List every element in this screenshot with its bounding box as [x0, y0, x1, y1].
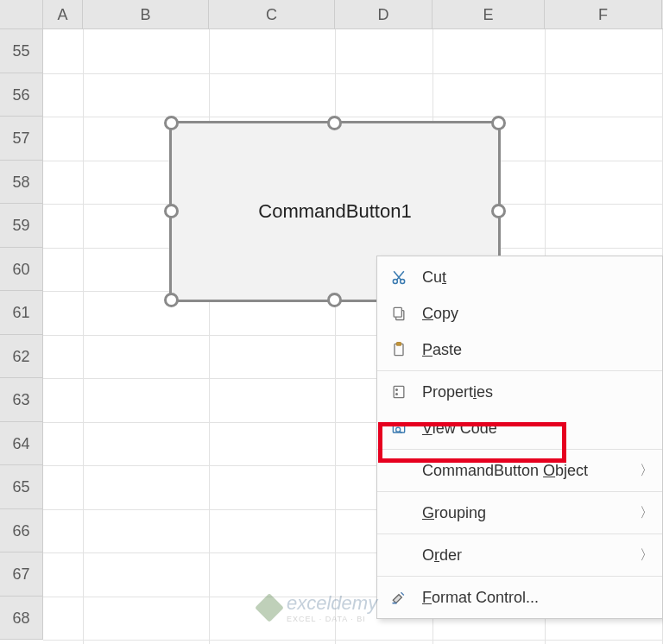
row-header[interactable]: 61 — [0, 291, 43, 335]
row-header[interactable]: 65 — [0, 465, 43, 509]
menu-label: Properties — [422, 383, 493, 401]
col-header-C[interactable]: C — [209, 0, 335, 28]
col-header-D[interactable]: D — [335, 0, 433, 28]
col-header-B[interactable]: B — [83, 0, 209, 28]
row-header[interactable]: 57 — [0, 117, 43, 161]
menu-label: Cut — [422, 268, 446, 287]
row-header[interactable]: 59 — [0, 204, 43, 248]
menu-separator — [377, 491, 662, 492]
svg-point-9 — [396, 389, 398, 391]
cut-icon — [389, 268, 408, 287]
resize-handle[interactable] — [491, 204, 506, 218]
menu-cut[interactable]: Cut — [377, 259, 662, 295]
watermark-name: exceldemy — [287, 592, 377, 615]
gridline — [43, 73, 663, 74]
svg-rect-5 — [394, 307, 401, 317]
chevron-right-icon: 〉 — [640, 462, 654, 480]
menu-label: CommandButton Object — [422, 462, 588, 480]
menu-view-code[interactable]: View Code — [377, 410, 662, 446]
resize-handle[interactable] — [327, 116, 342, 130]
view-code-icon — [389, 419, 408, 438]
gridline — [43, 117, 663, 117]
svg-rect-7 — [397, 343, 401, 345]
menu-separator — [377, 370, 662, 371]
menu-label: Copy — [422, 305, 458, 323]
menu-grouping[interactable]: Grouping 〉 — [377, 495, 662, 531]
column-headers: A B C D E F — [0, 0, 663, 29]
resize-handle[interactable] — [491, 116, 506, 130]
col-header-E[interactable]: E — [433, 0, 545, 28]
menu-label: Order — [422, 546, 462, 565]
menu-separator — [377, 534, 662, 534]
menu-label: Paste — [422, 341, 462, 359]
row-header[interactable]: 58 — [0, 161, 43, 205]
row-header[interactable]: 68 — [0, 597, 43, 641]
svg-rect-15 — [393, 603, 397, 604]
menu-separator — [377, 449, 662, 450]
row-header[interactable]: 63 — [0, 378, 43, 422]
row-header[interactable]: 62 — [0, 335, 43, 379]
copy-icon — [389, 304, 408, 323]
format-control-icon — [389, 588, 408, 607]
menu-separator — [377, 576, 662, 577]
chevron-right-icon: 〉 — [640, 546, 654, 565]
menu-format-control[interactable]: Format Control... — [377, 579, 662, 616]
row-header[interactable]: 64 — [0, 422, 43, 466]
row-header[interactable]: 66 — [0, 509, 43, 553]
gridline — [43, 640, 663, 641]
menu-commandbutton-object[interactable]: CommandButton Object 〉 — [377, 452, 662, 489]
command-button-label: CommandButton1 — [258, 200, 411, 223]
menu-paste[interactable]: Paste — [377, 331, 662, 368]
watermark-sub: EXCEL · DATA · BI — [287, 615, 377, 623]
row-header[interactable]: 56 — [0, 73, 43, 117]
watermark: exceldemy EXCEL · DATA · BI — [259, 592, 377, 623]
row-header[interactable]: 55 — [0, 29, 43, 73]
col-header-A[interactable]: A — [43, 0, 83, 28]
menu-copy[interactable]: Copy — [377, 295, 662, 331]
resize-handle[interactable] — [327, 293, 342, 307]
menu-label: Grouping — [422, 504, 486, 522]
menu-order[interactable]: Order 〉 — [377, 537, 662, 573]
select-all-corner[interactable] — [0, 0, 43, 28]
menu-label: Format Control... — [422, 589, 539, 607]
resize-handle[interactable] — [164, 204, 179, 218]
properties-icon — [389, 382, 408, 401]
svg-rect-8 — [394, 386, 404, 397]
menu-label: View Code — [422, 420, 497, 438]
menu-properties[interactable]: Properties — [377, 374, 662, 410]
svg-point-10 — [396, 394, 398, 395]
resize-handle[interactable] — [164, 116, 179, 130]
row-headers: 55 56 57 58 59 60 61 62 63 64 65 66 67 6… — [0, 29, 43, 640]
row-header[interactable]: 67 — [0, 552, 43, 597]
col-header-F[interactable]: F — [545, 0, 662, 28]
chevron-right-icon: 〉 — [640, 504, 654, 522]
resize-handle[interactable] — [164, 293, 179, 307]
paste-icon — [389, 340, 408, 359]
watermark-logo-icon — [255, 593, 284, 622]
context-menu: Cut Copy Paste Properties View Code Comm… — [376, 256, 663, 619]
row-header[interactable]: 60 — [0, 248, 43, 292]
